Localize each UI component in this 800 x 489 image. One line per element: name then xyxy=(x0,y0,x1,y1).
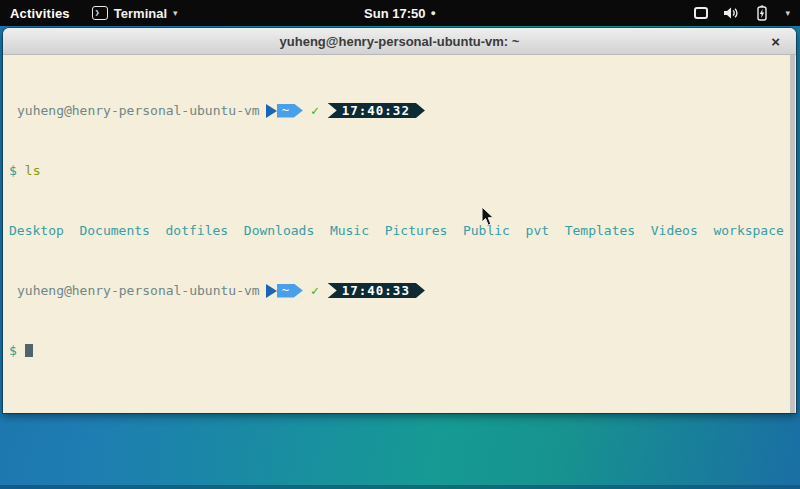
powerline-arrow-icon xyxy=(266,104,277,118)
status-ok-icon: ✓ xyxy=(311,283,319,298)
prompt-cwd-badge: ~ xyxy=(277,284,303,298)
chevron-down-icon: ▾ xyxy=(785,9,790,18)
system-status-menu[interactable]: ▾ xyxy=(694,5,800,21)
prompt-line: yuheng@henry-personal-ubuntu-vm ~ ✓ 17:4… xyxy=(9,283,786,298)
panel-left-cluster: Activities ❯ Terminal ▾ xyxy=(0,6,178,21)
top-panel: Activities ❯ Terminal ▾ Sun 17:50 ● xyxy=(0,0,800,26)
scrollbar-thumb[interactable] xyxy=(790,55,795,413)
terminal-window: yuheng@henry-personal-ubuntu-vm: ~ × yuh… xyxy=(3,28,796,413)
app-menu-label: Terminal xyxy=(114,6,167,21)
prompt-symbol: $ xyxy=(9,343,17,358)
app-menu-terminal[interactable]: ❯ Terminal ▾ xyxy=(92,6,178,21)
prompt-line: yuheng@henry-personal-ubuntu-vm ~ ✓ 17:4… xyxy=(9,103,786,118)
window-title: yuheng@henry-personal-ubuntu-vm: ~ xyxy=(280,34,520,49)
input-line: $ xyxy=(9,343,786,358)
battery-charging-icon xyxy=(754,5,770,21)
ls-output-line: Desktop Documents dotfiles Downloads Mus… xyxy=(9,223,786,238)
prompt-user-host: yuheng@henry-personal-ubuntu-vm xyxy=(9,283,260,298)
window-titlebar[interactable]: yuheng@henry-personal-ubuntu-vm: ~ × xyxy=(3,28,796,55)
powerline-segment: ~ ✓ 17:40:32 xyxy=(266,103,425,118)
powerline-arrow-icon xyxy=(266,284,277,298)
volume-icon xyxy=(723,5,739,21)
powerline-segment: ~ ✓ 17:40:33 xyxy=(266,283,425,298)
text-cursor xyxy=(25,344,33,357)
prompt-timestamp: 17:40:33 xyxy=(328,283,425,298)
terminal-app-icon: ❯ xyxy=(92,6,108,20)
directory-listing: Desktop Documents dotfiles Downloads Mus… xyxy=(9,223,784,238)
status-ok-icon: ✓ xyxy=(311,103,319,118)
desktop-bottom-edge xyxy=(0,485,800,489)
clock-button[interactable]: Sun 17:50 xyxy=(364,6,425,21)
prompt-cwd-badge: ~ xyxy=(277,104,303,118)
typed-command: ls xyxy=(25,163,41,178)
prompt-timestamp: 17:40:32 xyxy=(328,103,425,118)
screen: Activities ❯ Terminal ▾ Sun 17:50 ● xyxy=(0,0,800,489)
activities-button[interactable]: Activities xyxy=(10,6,70,21)
terminal-content[interactable]: yuheng@henry-personal-ubuntu-vm ~ ✓ 17:4… xyxy=(3,55,796,413)
screen-icon xyxy=(694,7,708,19)
prompt-symbol: $ xyxy=(9,163,17,178)
terminal-scrollbar[interactable] xyxy=(790,55,795,413)
command-line: $ ls xyxy=(9,163,786,178)
prompt-user-host: yuheng@henry-personal-ubuntu-vm xyxy=(9,103,260,118)
chevron-down-icon: ▾ xyxy=(173,9,178,18)
notification-dot: ● xyxy=(430,8,435,18)
close-icon[interactable]: × xyxy=(771,34,780,49)
